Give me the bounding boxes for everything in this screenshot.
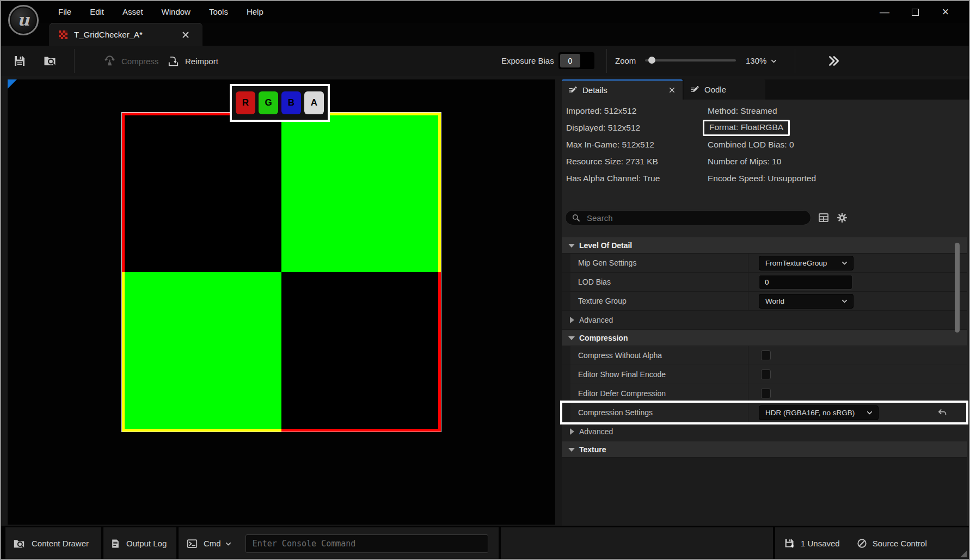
mip-gen-settings-dropdown[interactable]: FromTextureGroup xyxy=(759,256,854,270)
tab-oodle-label: Oodle xyxy=(704,85,726,94)
info-format: Format: FloatRGBA xyxy=(708,119,816,136)
console-command-input[interactable] xyxy=(245,534,488,553)
chevron-down-icon[interactable] xyxy=(224,540,232,548)
zoom-slider-thumb[interactable] xyxy=(648,57,655,64)
close-icon[interactable] xyxy=(668,86,676,94)
chevron-down-icon xyxy=(770,57,778,65)
section-label: Compression xyxy=(579,330,628,346)
close-icon[interactable] xyxy=(181,30,191,40)
unreal-texture-editor-window: File Edit Asset Window Tools Help — × u … xyxy=(0,0,970,560)
editor-defer-compression-checkbox[interactable] xyxy=(761,389,771,398)
reset-to-default-icon[interactable] xyxy=(936,407,948,419)
unsaved-count-button[interactable]: 1 Unsaved xyxy=(801,539,840,548)
asset-tab[interactable]: T_GridChecker_A* xyxy=(49,23,202,46)
cmd-label[interactable]: Cmd xyxy=(204,539,221,548)
toolbar-separator xyxy=(74,49,75,73)
chevron-down-icon xyxy=(840,297,849,305)
texture-preview xyxy=(122,113,441,432)
compression-settings-dropdown[interactable]: HDR (RGBA16F, no sRGB) xyxy=(759,405,879,420)
menu-bar: File Edit Asset Window Tools Help xyxy=(49,1,273,23)
compress-without-alpha-checkbox[interactable] xyxy=(761,350,771,360)
expand-triangle-icon xyxy=(570,317,574,323)
source-control-button[interactable]: Source Control xyxy=(873,539,927,548)
info-imported: Imported: 512x512 xyxy=(566,102,660,119)
status-right-segment: 1 Unsaved Source Control xyxy=(775,527,969,559)
tab-details[interactable]: Details xyxy=(562,79,683,100)
channel-a-button[interactable]: A xyxy=(304,91,324,114)
details-panel: Details Oodle Imported: 512x512 Displaye… xyxy=(562,79,970,526)
menu-window[interactable]: Window xyxy=(152,1,200,23)
mip-gen-settings-label: Mip Gen Settings xyxy=(578,254,636,273)
property-grid: Level Of Detail Mip Gen Settings FromTex… xyxy=(562,237,967,458)
texture-border-right-bottom xyxy=(438,272,441,432)
advanced-expander-compression[interactable]: Advanced xyxy=(562,422,967,441)
status-bar: Content Drawer Output Log Cmd 1 Unsaved … xyxy=(1,526,969,560)
panel-scrollbar-thumb[interactable] xyxy=(955,243,960,333)
output-log-label: Output Log xyxy=(126,539,167,548)
advanced-expander-lod[interactable]: Advanced xyxy=(562,311,967,330)
channel-r-button[interactable]: R xyxy=(236,91,255,114)
maximize-button[interactable] xyxy=(906,4,924,20)
minimize-button[interactable]: — xyxy=(875,4,894,20)
texture-group-dropdown[interactable]: World xyxy=(759,294,854,309)
close-button[interactable]: × xyxy=(936,4,955,20)
texture-border-right-top xyxy=(438,113,441,272)
zoom-value-dropdown[interactable]: 130% xyxy=(746,46,778,76)
panel-empty-area xyxy=(562,458,967,526)
info-resource-size: Resource Size: 2731 KB xyxy=(566,153,660,170)
info-displayed: Displayed: 512x512 xyxy=(566,119,660,136)
menu-asset[interactable]: Asset xyxy=(113,1,152,23)
editor-show-final-encode-checkbox[interactable] xyxy=(761,370,771,379)
quad-top-right xyxy=(281,115,438,272)
texture-checker-quadrants xyxy=(125,115,438,429)
toolbar-separator xyxy=(606,49,607,73)
tab-oodle[interactable]: Oodle xyxy=(684,79,765,100)
section-header-compression[interactable]: Compression xyxy=(562,330,967,346)
texture-info-right-column: Method: Streamed Format: FloatRGBA Combi… xyxy=(708,102,816,187)
compress-button[interactable]: Compress xyxy=(103,51,158,71)
zoom-slider[interactable] xyxy=(645,59,736,61)
quad-bottom-left xyxy=(125,272,281,429)
menu-tools[interactable]: Tools xyxy=(200,1,237,23)
main-area: Details Oodle Imported: 512x512 Displaye… xyxy=(1,76,969,526)
texture-viewport[interactable] xyxy=(8,79,555,525)
title-bar: File Edit Asset Window Tools Help — × xyxy=(1,1,969,23)
toolbar-overflow-button[interactable] xyxy=(826,51,840,71)
info-has-alpha: Has Alpha Channel: True xyxy=(566,170,660,187)
editor-defer-compression-label: Editor Defer Compression xyxy=(578,384,666,403)
status-bar-spacer xyxy=(501,527,773,559)
section-header-level-of-detail[interactable]: Level Of Detail xyxy=(562,237,967,254)
menu-edit[interactable]: Edit xyxy=(81,1,113,23)
resize-grip[interactable] xyxy=(960,551,967,557)
save-button[interactable] xyxy=(13,51,26,71)
compress-label: Compress xyxy=(121,57,158,66)
search-input[interactable] xyxy=(586,213,805,223)
details-search[interactable] xyxy=(565,210,811,225)
texture-border-bottom-left xyxy=(122,429,281,432)
unreal-engine-logo: u xyxy=(8,5,39,35)
texture-group-label: Texture Group xyxy=(578,292,627,311)
info-method: Method: Streamed xyxy=(708,102,816,119)
output-log-button[interactable]: Output Log xyxy=(103,527,176,559)
channel-g-button[interactable]: G xyxy=(259,91,278,114)
exposure-bias-value: 0 xyxy=(560,54,580,67)
lod-bias-input[interactable] xyxy=(759,275,852,290)
menu-file[interactable]: File xyxy=(49,1,81,23)
texture-checker-icon xyxy=(59,30,67,39)
reimport-button[interactable]: Reimport xyxy=(167,51,218,71)
dropdown-value: FromTextureGroup xyxy=(765,259,827,267)
zoom-label: Zoom xyxy=(615,46,636,76)
menu-help[interactable]: Help xyxy=(237,1,273,23)
section-header-texture[interactable]: Texture xyxy=(562,441,967,458)
output-log-icon xyxy=(110,538,121,549)
exposure-bias-input[interactable]: 0 xyxy=(558,52,594,69)
content-drawer-button[interactable]: Content Drawer xyxy=(5,527,101,559)
viewport-corner-marker xyxy=(8,79,17,89)
browse-to-asset-button[interactable] xyxy=(42,51,57,71)
section-label: Level Of Detail xyxy=(579,237,632,254)
display-filter-table-icon[interactable] xyxy=(818,212,830,224)
maximize-icon xyxy=(912,9,919,16)
settings-gear-icon[interactable] xyxy=(836,212,848,224)
channel-b-button[interactable]: B xyxy=(281,91,301,114)
save-icon xyxy=(13,54,26,67)
